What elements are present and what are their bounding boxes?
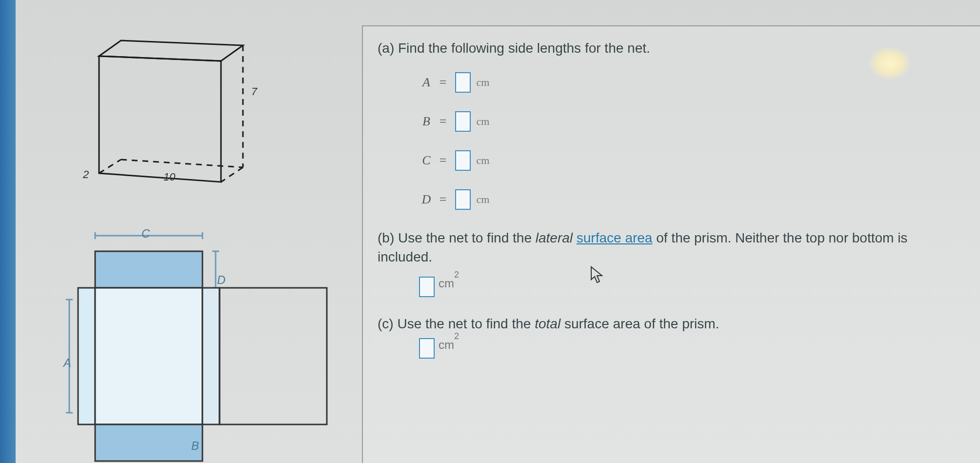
equals-sign: = (439, 153, 447, 168)
unit-cm-c-exp: 2 (454, 331, 459, 342)
unit-cm-c-base: cm (439, 338, 454, 351)
equals-sign: = (439, 75, 447, 90)
equation-row-d: D = cm (419, 189, 965, 210)
unit-cm-b-base: cm (439, 277, 454, 290)
input-lateral-area[interactable] (419, 277, 435, 297)
unit-cm2-b: cm 2 (439, 277, 454, 290)
input-a[interactable] (455, 72, 471, 93)
page-left-edge (0, 0, 16, 463)
input-total-area[interactable] (419, 338, 435, 359)
prism-figure (85, 27, 266, 188)
equation-row-a: A = cm (419, 72, 965, 93)
net-label-c: C (141, 227, 150, 241)
qb-italic: lateral (536, 230, 573, 245)
prism-dim-height: 7 (251, 85, 257, 98)
var-d: D (419, 192, 434, 207)
var-c: C (419, 153, 434, 168)
question-a-prompt: (a) Find the following side lengths for … (378, 39, 965, 58)
equals-sign: = (439, 192, 447, 207)
surface-area-link[interactable]: surface area (577, 230, 653, 245)
prism-dim-depth: 2 (83, 168, 89, 181)
equation-row-c: C = cm (419, 150, 965, 171)
question-b-prompt: (b) Use the net to find the lateral surf… (378, 228, 965, 266)
svg-rect-12 (95, 288, 202, 424)
svg-rect-11 (78, 288, 95, 424)
unit-cm2-c: cm 2 (439, 338, 454, 352)
equals-sign: = (439, 114, 447, 129)
question-c-prompt: (c) Use the net to find the total surfac… (378, 314, 965, 333)
var-b: B (419, 114, 434, 129)
question-panel: (a) Find the following side lengths for … (362, 25, 980, 463)
qc-text-1: (c) Use the net to find the (378, 316, 535, 331)
net-figure (66, 224, 339, 459)
unit-d: cm (477, 193, 490, 206)
svg-line-3 (221, 167, 243, 182)
answer-row-c: cm 2 (419, 338, 965, 359)
qb-text-1: (b) Use the net to find the (378, 230, 536, 245)
net-label-a: A (63, 356, 71, 370)
qc-text-2: surface area of the prism. (560, 316, 719, 331)
net-label-b: B (191, 439, 199, 453)
svg-rect-7 (95, 251, 202, 288)
net-label-d: D (217, 273, 225, 287)
svg-line-1 (121, 160, 243, 167)
input-d[interactable] (455, 189, 471, 210)
unit-a: cm (477, 76, 490, 89)
svg-rect-15 (95, 424, 202, 461)
unit-c: cm (477, 154, 490, 167)
input-b[interactable] (455, 111, 471, 132)
unit-cm-b-exp: 2 (454, 270, 459, 280)
svg-rect-13 (202, 288, 220, 424)
unit-b: cm (477, 115, 490, 128)
svg-line-2 (99, 160, 121, 173)
qc-italic: total (535, 316, 560, 331)
var-a: A (419, 75, 434, 90)
svg-rect-14 (220, 288, 327, 424)
input-c[interactable] (455, 150, 471, 171)
prism-dim-width: 10 (163, 171, 175, 183)
equation-row-b: B = cm (419, 111, 965, 132)
answer-row-b: cm 2 (419, 277, 965, 297)
